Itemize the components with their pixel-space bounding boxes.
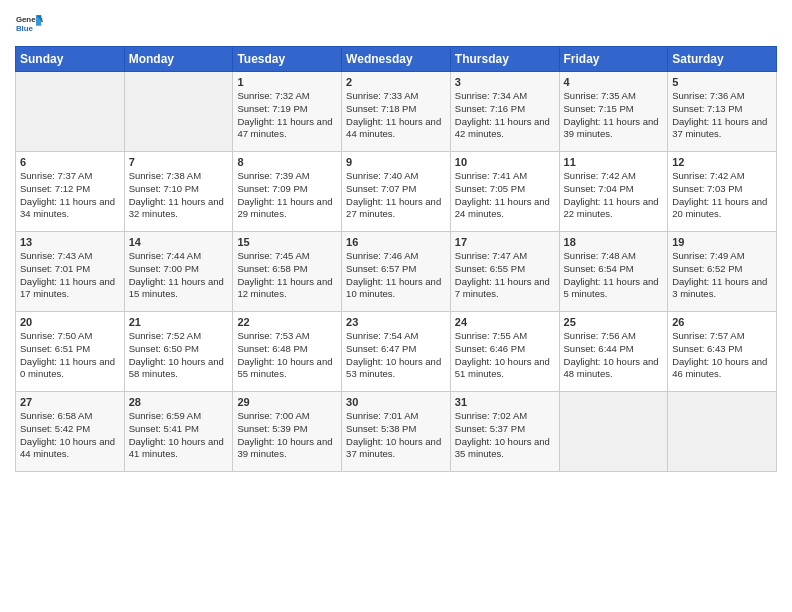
day-number: 28 [129,396,229,408]
day-number: 26 [672,316,772,328]
day-content: Sunrise: 7:44 AMSunset: 7:00 PMDaylight:… [129,250,229,301]
day-content: Sunrise: 7:32 AMSunset: 7:19 PMDaylight:… [237,90,337,141]
day-number: 7 [129,156,229,168]
day-content: Sunrise: 7:01 AMSunset: 5:38 PMDaylight:… [346,410,446,461]
day-number: 2 [346,76,446,88]
svg-text:Blue: Blue [16,24,34,33]
day-content: Sunrise: 7:33 AMSunset: 7:18 PMDaylight:… [346,90,446,141]
day-content: Sunrise: 7:34 AMSunset: 7:16 PMDaylight:… [455,90,555,141]
day-content: Sunrise: 7:47 AMSunset: 6:55 PMDaylight:… [455,250,555,301]
weekday-header-row: SundayMondayTuesdayWednesdayThursdayFrid… [16,47,777,72]
day-number: 17 [455,236,555,248]
calendar-cell: 14Sunrise: 7:44 AMSunset: 7:00 PMDayligh… [124,232,233,312]
day-number: 13 [20,236,120,248]
day-content: Sunrise: 7:56 AMSunset: 6:44 PMDaylight:… [564,330,664,381]
calendar-cell: 3Sunrise: 7:34 AMSunset: 7:16 PMDaylight… [450,72,559,152]
day-number: 31 [455,396,555,408]
day-content: Sunrise: 6:59 AMSunset: 5:41 PMDaylight:… [129,410,229,461]
day-number: 10 [455,156,555,168]
day-content: Sunrise: 7:57 AMSunset: 6:43 PMDaylight:… [672,330,772,381]
calendar-week-row: 1Sunrise: 7:32 AMSunset: 7:19 PMDaylight… [16,72,777,152]
calendar-cell: 31Sunrise: 7:02 AMSunset: 5:37 PMDayligh… [450,392,559,472]
day-number: 5 [672,76,772,88]
calendar-cell: 4Sunrise: 7:35 AMSunset: 7:15 PMDaylight… [559,72,668,152]
calendar-cell: 21Sunrise: 7:52 AMSunset: 6:50 PMDayligh… [124,312,233,392]
calendar-cell: 12Sunrise: 7:42 AMSunset: 7:03 PMDayligh… [668,152,777,232]
calendar-week-row: 27Sunrise: 6:58 AMSunset: 5:42 PMDayligh… [16,392,777,472]
calendar-cell: 13Sunrise: 7:43 AMSunset: 7:01 PMDayligh… [16,232,125,312]
calendar-cell: 2Sunrise: 7:33 AMSunset: 7:18 PMDaylight… [342,72,451,152]
weekday-header-saturday: Saturday [668,47,777,72]
weekday-header-friday: Friday [559,47,668,72]
day-number: 4 [564,76,664,88]
calendar-cell: 6Sunrise: 7:37 AMSunset: 7:12 PMDaylight… [16,152,125,232]
weekday-header-tuesday: Tuesday [233,47,342,72]
calendar-cell: 9Sunrise: 7:40 AMSunset: 7:07 PMDaylight… [342,152,451,232]
day-number: 20 [20,316,120,328]
calendar-cell: 11Sunrise: 7:42 AMSunset: 7:04 PMDayligh… [559,152,668,232]
day-number: 6 [20,156,120,168]
day-content: Sunrise: 7:39 AMSunset: 7:09 PMDaylight:… [237,170,337,221]
calendar-cell [668,392,777,472]
day-number: 19 [672,236,772,248]
calendar-week-row: 13Sunrise: 7:43 AMSunset: 7:01 PMDayligh… [16,232,777,312]
calendar-cell: 15Sunrise: 7:45 AMSunset: 6:58 PMDayligh… [233,232,342,312]
day-number: 9 [346,156,446,168]
day-number: 12 [672,156,772,168]
calendar-cell: 29Sunrise: 7:00 AMSunset: 5:39 PMDayligh… [233,392,342,472]
day-number: 27 [20,396,120,408]
weekday-header-wednesday: Wednesday [342,47,451,72]
day-number: 1 [237,76,337,88]
day-number: 21 [129,316,229,328]
calendar-cell: 23Sunrise: 7:54 AMSunset: 6:47 PMDayligh… [342,312,451,392]
day-number: 23 [346,316,446,328]
day-number: 8 [237,156,337,168]
day-content: Sunrise: 7:52 AMSunset: 6:50 PMDaylight:… [129,330,229,381]
weekday-header-monday: Monday [124,47,233,72]
day-content: Sunrise: 7:43 AMSunset: 7:01 PMDaylight:… [20,250,120,301]
page-header: General Blue [15,10,777,38]
calendar-cell: 26Sunrise: 7:57 AMSunset: 6:43 PMDayligh… [668,312,777,392]
day-content: Sunrise: 7:48 AMSunset: 6:54 PMDaylight:… [564,250,664,301]
calendar-cell: 16Sunrise: 7:46 AMSunset: 6:57 PMDayligh… [342,232,451,312]
day-content: Sunrise: 7:42 AMSunset: 7:04 PMDaylight:… [564,170,664,221]
calendar-cell: 10Sunrise: 7:41 AMSunset: 7:05 PMDayligh… [450,152,559,232]
day-content: Sunrise: 7:00 AMSunset: 5:39 PMDaylight:… [237,410,337,461]
day-number: 30 [346,396,446,408]
day-content: Sunrise: 7:02 AMSunset: 5:37 PMDaylight:… [455,410,555,461]
day-number: 25 [564,316,664,328]
calendar-cell: 30Sunrise: 7:01 AMSunset: 5:38 PMDayligh… [342,392,451,472]
day-number: 29 [237,396,337,408]
calendar-cell: 25Sunrise: 7:56 AMSunset: 6:44 PMDayligh… [559,312,668,392]
calendar-table: SundayMondayTuesdayWednesdayThursdayFrid… [15,46,777,472]
day-number: 15 [237,236,337,248]
calendar-cell: 7Sunrise: 7:38 AMSunset: 7:10 PMDaylight… [124,152,233,232]
calendar-cell [124,72,233,152]
day-content: Sunrise: 6:58 AMSunset: 5:42 PMDaylight:… [20,410,120,461]
logo: General Blue [15,10,43,38]
calendar-week-row: 6Sunrise: 7:37 AMSunset: 7:12 PMDaylight… [16,152,777,232]
calendar-cell: 18Sunrise: 7:48 AMSunset: 6:54 PMDayligh… [559,232,668,312]
day-content: Sunrise: 7:54 AMSunset: 6:47 PMDaylight:… [346,330,446,381]
calendar-cell: 24Sunrise: 7:55 AMSunset: 6:46 PMDayligh… [450,312,559,392]
logo-icon: General Blue [15,10,43,38]
calendar-page: General Blue SundayMondayTuesdayWednesda… [0,0,792,612]
calendar-cell: 1Sunrise: 7:32 AMSunset: 7:19 PMDaylight… [233,72,342,152]
weekday-header-thursday: Thursday [450,47,559,72]
calendar-cell: 20Sunrise: 7:50 AMSunset: 6:51 PMDayligh… [16,312,125,392]
day-number: 18 [564,236,664,248]
day-content: Sunrise: 7:40 AMSunset: 7:07 PMDaylight:… [346,170,446,221]
day-content: Sunrise: 7:42 AMSunset: 7:03 PMDaylight:… [672,170,772,221]
day-number: 24 [455,316,555,328]
calendar-cell [16,72,125,152]
calendar-cell: 22Sunrise: 7:53 AMSunset: 6:48 PMDayligh… [233,312,342,392]
day-content: Sunrise: 7:36 AMSunset: 7:13 PMDaylight:… [672,90,772,141]
day-content: Sunrise: 7:53 AMSunset: 6:48 PMDaylight:… [237,330,337,381]
day-content: Sunrise: 7:37 AMSunset: 7:12 PMDaylight:… [20,170,120,221]
day-number: 16 [346,236,446,248]
day-content: Sunrise: 7:49 AMSunset: 6:52 PMDaylight:… [672,250,772,301]
day-content: Sunrise: 7:50 AMSunset: 6:51 PMDaylight:… [20,330,120,381]
calendar-cell: 5Sunrise: 7:36 AMSunset: 7:13 PMDaylight… [668,72,777,152]
day-number: 14 [129,236,229,248]
day-content: Sunrise: 7:46 AMSunset: 6:57 PMDaylight:… [346,250,446,301]
